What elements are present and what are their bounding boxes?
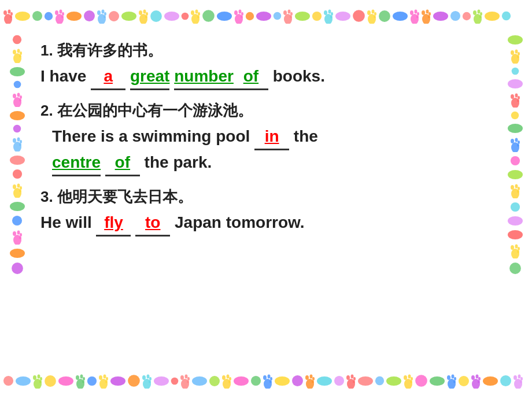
decor-item [9,110,25,123]
svg-point-159 [447,375,450,380]
svg-point-222 [515,94,518,98]
svg-point-126 [228,380,231,383]
svg-point-196 [10,156,25,165]
svg-point-58 [353,10,365,22]
svg-point-5 [15,12,30,21]
svg-point-149 [375,376,384,385]
svg-point-80 [473,10,476,15]
svg-point-61 [372,9,375,13]
svg-point-13 [66,12,82,21]
svg-point-20 [109,11,119,21]
svg-point-238 [517,190,519,193]
svg-point-166 [476,374,479,378]
decor-item [433,11,449,24]
decor-item [142,374,152,391]
svg-point-200 [17,184,20,188]
decor-item [501,11,511,23]
svg-point-28 [164,12,179,21]
decor-item [323,9,334,26]
svg-point-116 [180,375,184,380]
decor-item [15,376,31,389]
main-content: 1. 我有许多的书。 I have a great numberof books… [35,35,497,364]
decor-item [32,374,43,391]
decor-item [415,374,428,390]
svg-point-16 [97,10,101,15]
svg-point-82 [480,12,482,16]
svg-point-179 [17,49,20,53]
svg-point-120 [192,376,207,386]
blank-1-4: of [234,64,268,90]
decor-item [209,375,220,389]
svg-point-140 [312,380,314,383]
svg-point-209 [19,237,21,239]
svg-point-202 [19,190,21,193]
svg-point-141 [317,376,332,386]
svg-point-94 [58,376,73,386]
svg-point-144 [346,375,350,380]
svg-point-174 [520,377,523,380]
svg-point-226 [508,124,523,133]
svg-point-54 [328,9,331,13]
svg-point-90 [38,374,40,378]
svg-point-157 [430,376,445,386]
decor-item [334,375,345,389]
svg-point-42 [246,12,254,20]
decor-item [190,9,201,26]
svg-point-46 [283,10,287,15]
svg-point-204 [12,216,22,226]
svg-point-188 [19,99,21,102]
svg-point-31 [191,10,194,15]
svg-point-127 [234,376,249,386]
decor-item [202,9,215,25]
svg-point-195 [19,143,21,146]
svg-point-244 [515,245,518,249]
svg-point-152 [404,375,407,380]
answer-2-in: in [265,127,279,145]
question-2-chinese: 2. 在公园的中心有一个游泳池。 [40,101,492,121]
decor-item [274,376,290,389]
svg-point-41 [241,15,243,18]
decor-item [291,375,304,389]
svg-point-231 [517,144,519,147]
question-2-english-line2: centre of the park. [40,150,492,176]
svg-point-36 [217,12,232,21]
svg-point-142 [334,376,344,386]
decor-item [221,374,232,391]
decor-item [510,243,520,261]
decor-item [110,376,126,389]
svg-point-86 [3,376,13,386]
svg-point-211 [12,263,23,274]
svg-point-173 [518,374,521,378]
svg-point-34 [197,15,200,18]
svg-point-240 [508,216,523,226]
decor-item [462,12,471,23]
decor-item [346,374,356,391]
svg-point-223 [518,96,520,99]
svg-point-104 [106,377,108,380]
svg-point-35 [202,10,215,22]
decor-item [9,201,25,214]
svg-point-246 [517,250,519,253]
svg-point-72 [422,10,425,15]
svg-point-137 [305,375,309,380]
decor-item [421,9,431,26]
question-2-english-line1: There is a swimming pool in the [40,124,492,150]
svg-point-186 [17,93,20,97]
decor-item [66,11,82,24]
svg-point-48 [290,12,293,16]
decor-item [471,374,481,391]
decor-item [335,11,351,24]
svg-point-206 [13,231,16,236]
svg-point-60 [367,10,371,15]
svg-point-81 [478,9,481,13]
decor-item [12,35,22,47]
svg-point-9 [55,10,58,15]
svg-point-197 [12,169,21,179]
decor-item [316,376,332,389]
svg-point-85 [502,12,511,20]
svg-point-89 [33,375,36,380]
svg-point-78 [463,12,471,20]
svg-point-69 [417,12,419,16]
decor-item [245,12,254,23]
svg-point-185 [13,94,16,98]
